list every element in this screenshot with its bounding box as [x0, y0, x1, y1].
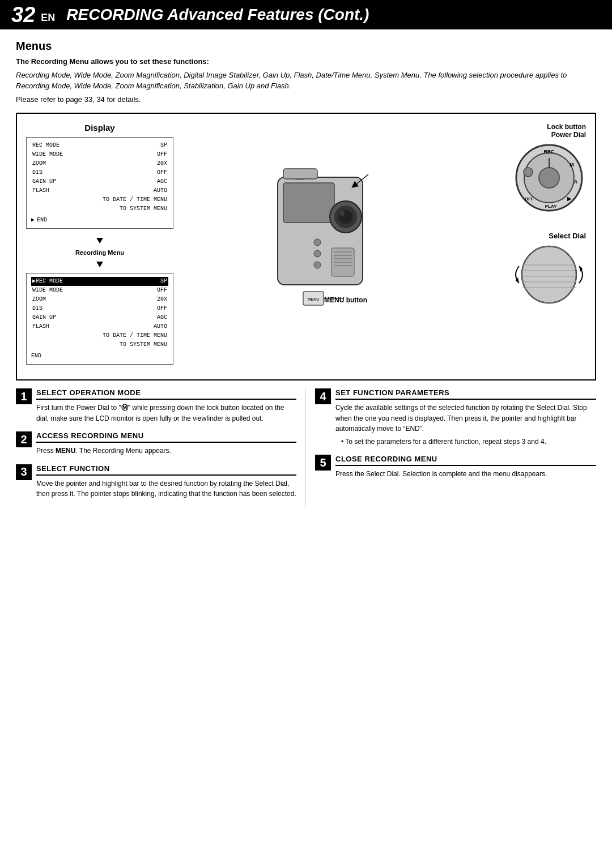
section-title: Menus — [16, 40, 596, 53]
step-4-text: Cycle the available settings of the sele… — [335, 403, 596, 434]
main-content: Menus The Recording Menu allows you to s… — [0, 29, 612, 518]
table-row: REC MODESP — [31, 141, 168, 150]
step-3-text: Move the pointer and highlight bar to th… — [36, 478, 296, 499]
table-row: TO SYSTEM MENU — [31, 340, 168, 349]
table-row: TO SYSTEM MENU — [31, 204, 168, 213]
svg-point-13 — [314, 250, 321, 257]
intro-text: Recording Mode, Wide Mode, Zoom Magnific… — [16, 70, 596, 92]
intro-paragraph: The Recording Menu allows you to set the… — [16, 56, 596, 105]
table-row: DISOFF — [31, 168, 168, 177]
end-label-2: END — [31, 353, 41, 359]
table-row: WIDE MODEOFF — [31, 286, 168, 295]
svg-text:M: M — [570, 162, 574, 168]
select-dial-label: Select Dial — [549, 232, 586, 240]
power-dial-svg: REC M A ▶ PLAY OFF — [512, 141, 586, 215]
svg-text:PLAY: PLAY — [545, 204, 557, 209]
power-dial-section: Lock button Power Dial REC M A ▶ PLAY OF… — [473, 123, 586, 215]
step-3-content: SELECT FUNCTION Move the pointer and hig… — [36, 464, 296, 499]
menu-btn-area: MENU button — [324, 296, 367, 304]
power-dial-label: Power Dial — [547, 131, 586, 139]
svg-rect-16 — [283, 169, 317, 179]
left-steps: 1 SELECT OPERATION MODE First turn the P… — [16, 388, 306, 507]
table-row: WIDE MODEOFF — [31, 150, 168, 159]
select-dial-svg — [512, 243, 586, 306]
step-4-number: 4 — [315, 388, 331, 404]
step-5: 5 CLOSE RECORDING MENU Press the Select … — [315, 455, 596, 480]
table-row: DISOFF — [31, 304, 168, 313]
step-2-text: Press MENU. The Recording Menu appears. — [36, 446, 296, 456]
step-5-number: 5 — [315, 455, 331, 471]
intro-italic2: Recording Mode, Wide Mode, Zoom Magnific… — [16, 82, 289, 90]
end-row-1: ▶ END — [31, 216, 168, 225]
svg-text:MENU: MENU — [308, 297, 320, 301]
svg-point-12 — [314, 239, 321, 246]
step-2-heading: ACCESS RECORDING MENU — [36, 431, 296, 443]
svg-text:OFF: OFF — [525, 196, 534, 202]
step-1-text: First turn the Power Dial to "Ⓜ" while p… — [36, 403, 296, 424]
table-row: TO DATE / TIME MENU — [31, 331, 168, 340]
table-row: GAIN UPAGC — [31, 313, 168, 322]
table-row: ZOOM20X — [31, 159, 168, 168]
controls-panel: Lock button Power Dial REC M A ▶ PLAY OF… — [473, 123, 586, 306]
table-row: TO DATE / TIME MENU — [31, 195, 168, 204]
refer-text: Please refer to page 33, 34 for details. — [16, 94, 596, 105]
step-1-number: 1 — [16, 388, 32, 404]
arrow-section: Recording Menu — [26, 234, 173, 271]
end-label-1: END — [37, 216, 47, 225]
m-icon: Ⓜ — [121, 404, 128, 412]
intro-text1: . The following selection procedure appl… — [419, 71, 567, 79]
step-4-bullet: • To set the parameters for a different … — [341, 437, 596, 447]
camera-illustration: MENU — [255, 143, 391, 307]
table-row: FLASHAUTO — [31, 186, 168, 195]
step-1-content: SELECT OPERATION MODE First turn the Pow… — [36, 388, 296, 424]
menu-table-2: ▶REC MODE SP WIDE MODEOFF ZOOM20X DISOFF… — [31, 277, 168, 349]
svg-point-14 — [314, 262, 321, 268]
table-row: FLASHAUTO — [31, 322, 168, 331]
step-2-content: ACCESS RECORDING MENU Press MENU. The Re… — [36, 431, 296, 456]
display-label: Display — [26, 123, 173, 132]
step-5-content: CLOSE RECORDING MENU Press the Select Di… — [335, 455, 596, 480]
menu-button-label: MENU button — [324, 296, 367, 304]
svg-point-23 — [539, 168, 559, 188]
intro-italic1: Recording Mode, Wide Mode, Zoom Magnific… — [16, 71, 419, 79]
step-5-text: Press the Select Dial. Selection is comp… — [335, 469, 596, 480]
down-arrow — [96, 238, 103, 243]
svg-point-5 — [340, 211, 345, 216]
pointer-icon: ▶ — [31, 216, 35, 225]
display-panel: Display REC MODESP WIDE MODEOFF ZOOM20X … — [26, 123, 173, 370]
svg-text:▶: ▶ — [567, 196, 572, 202]
menu-table-1: REC MODESP WIDE MODEOFF ZOOM20X DISOFF G… — [31, 141, 168, 213]
table-row: GAIN UPAGC — [31, 177, 168, 186]
step-1-heading: SELECT OPERATION MODE — [36, 388, 296, 400]
camera-area: MENU MENU button — [179, 123, 467, 304]
menu-screen-1: REC MODESP WIDE MODEOFF ZOOM20X DISOFF G… — [26, 137, 173, 229]
page-number: 32 — [11, 4, 35, 25]
recording-menu-label: Recording Menu — [75, 249, 124, 256]
down-arrow-2 — [96, 262, 103, 267]
right-steps: 4 SET FUNCTION PARAMETERS Cycle the avai… — [306, 388, 596, 507]
step-1: 1 SELECT OPERATION MODE First turn the P… — [16, 388, 296, 424]
table-row: ZOOM20X — [31, 295, 168, 304]
menu-screen-2: ▶REC MODE SP WIDE MODEOFF ZOOM20X DISOFF… — [26, 273, 173, 365]
step-2-number: 2 — [16, 431, 32, 447]
lock-button-label: Lock button — [547, 123, 586, 131]
select-dial-section: Select Dial — [473, 232, 586, 306]
diagram-box: Display REC MODESP WIDE MODEOFF ZOOM20X … — [16, 113, 596, 380]
step-3: 3 SELECT FUNCTION Move the pointer and h… — [16, 464, 296, 499]
step-2: 2 ACCESS RECORDING MENU Press MENU. The … — [16, 431, 296, 456]
step-4-content: SET FUNCTION PARAMETERS Cycle the availa… — [335, 388, 596, 447]
intro-bold: The Recording Menu allows you to set the… — [16, 57, 209, 66]
page-suffix: EN — [41, 12, 55, 24]
lock-power-labels: Lock button Power Dial — [547, 123, 586, 139]
step-3-number: 3 — [16, 464, 32, 480]
svg-point-30 — [524, 168, 533, 177]
step-4: 4 SET FUNCTION PARAMETERS Cycle the avai… — [315, 388, 596, 447]
svg-text:REC: REC — [543, 149, 555, 155]
end-row-2: END — [31, 352, 168, 361]
page-title: RECORDING Advanced Features (Cont.) — [66, 6, 369, 24]
steps-section: 1 SELECT OPERATION MODE First turn the P… — [16, 388, 596, 507]
step-3-heading: SELECT FUNCTION — [36, 464, 296, 476]
step-5-heading: CLOSE RECORDING MENU — [335, 455, 596, 466]
step-4-heading: SET FUNCTION PARAMETERS — [335, 388, 596, 400]
table-row-highlighted: ▶REC MODE SP — [31, 277, 168, 286]
